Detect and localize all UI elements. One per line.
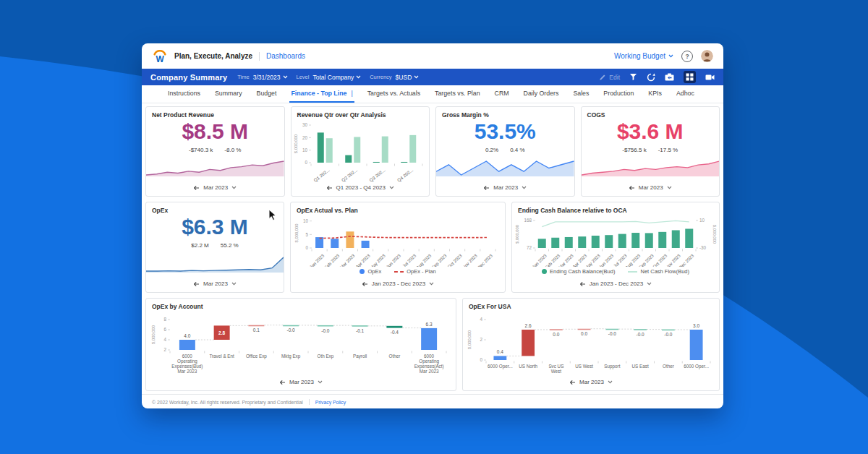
opex-for-usa-chart[interactable]: 024$,000,0000.46000 Oper...2.6US North0.…: [466, 311, 716, 377]
svg-text:Q1 202...: Q1 202...: [312, 167, 331, 181]
filter-button[interactable]: [629, 73, 637, 81]
legend-item[interactable]: Ending Cash Balance(Bud): [542, 268, 615, 275]
arrow-left-icon: [326, 185, 333, 191]
period-selector[interactable]: Mar 2023: [146, 377, 456, 390]
tab-crm[interactable]: CRM: [493, 85, 511, 103]
svg-text:Svc USWest: Svc USWest: [548, 364, 563, 374]
kpi-delta-abs: -$756.5 k: [622, 147, 646, 153]
kpi-value: $3.6 M: [582, 120, 720, 143]
period-selector[interactable]: Jan 2023 - Dec 2023: [291, 278, 505, 292]
time-filter[interactable]: Time 3/31/2023: [237, 74, 287, 81]
kpi-delta-abs: 0.2%: [485, 147, 498, 153]
svg-text:$,000,000: $,000,000: [294, 224, 299, 243]
svg-text:0: 0: [305, 160, 307, 165]
svg-text:Oth Exp: Oth Exp: [318, 354, 334, 359]
currency-filter[interactable]: Currency $USD: [370, 74, 419, 81]
period-label: Mar 2023: [579, 379, 604, 385]
kpi-delta-pct: -17.5 %: [658, 147, 678, 153]
legend-item[interactable]: Net Cash Flow(Bud): [628, 268, 689, 275]
grid-view-button[interactable]: [684, 71, 696, 83]
snapshot-button[interactable]: [665, 73, 674, 81]
period-label: Mar 2023: [493, 184, 518, 191]
svg-text:2: 2: [163, 347, 166, 352]
period-selector[interactable]: Jan 2023 - Dec 2023: [512, 278, 719, 292]
legend-item[interactable]: OpEx: [359, 268, 381, 275]
card-title: Ending Cash Balance relative to OCA: [512, 202, 719, 214]
workday-logo-icon[interactable]: W: [152, 48, 168, 64]
tab-kpis[interactable]: KPIs: [647, 85, 663, 103]
sparkline-chart[interactable]: [436, 158, 574, 176]
card-gross-margin: Gross Margin % 53.5% 0.2% 0.4 % Mar 2023: [435, 106, 575, 197]
tab-adhoc[interactable]: Adhoc: [675, 85, 696, 103]
card-opex-by-account: OpEx by Account 2468$,000,0004.06000Oper…: [145, 298, 456, 391]
svg-text:$,000,000: $,000,000: [294, 134, 298, 153]
period-selector[interactable]: Q1 2023 - Q4 2023: [292, 181, 430, 196]
period-selector[interactable]: Mar 2023: [582, 181, 720, 196]
divider: [259, 52, 260, 61]
sparkline-chart[interactable]: [146, 254, 284, 273]
pencil-icon: [599, 74, 606, 81]
tab-budget[interactable]: Budget: [255, 85, 278, 103]
period-label: Mar 2023: [203, 280, 228, 287]
svg-text:10: 10: [303, 218, 309, 223]
svg-text:8: 8: [163, 317, 166, 322]
svg-text:72: 72: [527, 245, 532, 250]
tab-finance-top-line[interactable]: Finance - Top Line|: [289, 85, 354, 103]
sparkline-chart[interactable]: [582, 158, 720, 176]
app-title: Plan, Execute, Analyze: [174, 52, 252, 60]
tab-summary[interactable]: Summary: [213, 85, 244, 103]
chevron-down-icon: [647, 282, 652, 286]
time-filter-label: Time: [237, 74, 249, 80]
svg-text:2.8: 2.8: [218, 330, 225, 335]
svg-text:Other: Other: [389, 354, 401, 359]
svg-text:6000 Oper...: 6000 Oper...: [488, 364, 513, 369]
working-budget-selector[interactable]: Working Budget: [614, 52, 673, 60]
tab-targets-vs-actuals[interactable]: Targets vs. Actuals: [366, 85, 422, 103]
svg-text:-30: -30: [699, 245, 707, 250]
svg-text:US East: US East: [632, 364, 649, 369]
svg-text:$,000,000: $,000,000: [151, 325, 156, 344]
svg-text:Payroll: Payroll: [353, 354, 367, 359]
svg-text:Jun 2023: Jun 2023: [385, 252, 401, 267]
edit-button[interactable]: Edit: [599, 74, 620, 81]
tab-targets-vs-plan[interactable]: Targets vs. Plan: [433, 85, 482, 103]
svg-text:Aug 2023: Aug 2023: [415, 252, 433, 267]
svg-text:6.3: 6.3: [426, 322, 433, 327]
svg-text:-0.4: -0.4: [391, 330, 399, 335]
period-selector[interactable]: Mar 2023: [146, 278, 284, 292]
revenue-qoq-chart[interactable]: 0102030$,000,000Q1 202...Q2 202...Q3 202…: [292, 119, 428, 181]
help-icon[interactable]: ?: [681, 51, 693, 62]
tab-daily-orders[interactable]: Daily Orders: [522, 85, 561, 103]
card-title: OpEx by Account: [146, 299, 456, 310]
divider: [309, 399, 310, 405]
ending-cash-chart[interactable]: 72168$,000,000-3010$,000,000Jan 2023Feb …: [514, 215, 718, 267]
card-title: Net Product Revenue: [146, 107, 284, 119]
arrow-left-icon: [193, 281, 200, 287]
avatar[interactable]: [701, 50, 713, 62]
arrow-left-icon: [193, 185, 200, 191]
period-selector[interactable]: Mar 2023: [146, 181, 284, 196]
privacy-policy-link[interactable]: Privacy Policy: [315, 400, 346, 405]
svg-text:Oct 2023: Oct 2023: [446, 252, 463, 267]
svg-text:Support: Support: [604, 364, 620, 369]
arrow-left-icon: [279, 380, 286, 385]
video-button[interactable]: [705, 74, 715, 81]
level-filter[interactable]: Level Total Company: [297, 74, 362, 81]
chevron-down-icon: [283, 75, 288, 79]
svg-text:0: 0: [305, 245, 308, 250]
period-selector[interactable]: Mar 2023: [463, 377, 719, 390]
tab-instructions[interactable]: Instructions: [166, 85, 202, 103]
sparkline-chart[interactable]: [146, 158, 284, 176]
legend-item[interactable]: OpEx - Plan: [394, 268, 435, 275]
grid-icon: [686, 73, 694, 81]
period-selector[interactable]: Mar 2023: [436, 181, 574, 196]
tab-sales[interactable]: Sales: [571, 85, 590, 103]
svg-text:Q4 202...: Q4 202...: [396, 167, 414, 181]
tab-production[interactable]: Production: [602, 85, 635, 103]
kpi-deltas: -$740.3 k -8.0 %: [146, 147, 284, 153]
refresh-button[interactable]: [647, 73, 655, 82]
top-bar: W Plan, Execute, Analyze Dashboards Work…: [142, 43, 723, 69]
opex-actual-vs-plan-chart[interactable]: 0510$,000,000Jan 2023Feb 2023Mar 2023Apr…: [293, 215, 503, 267]
opex-by-account-chart[interactable]: 2468$,000,0004.06000OperatingExpenses(Bu…: [150, 311, 452, 377]
dashboards-link[interactable]: Dashboards: [266, 52, 305, 60]
